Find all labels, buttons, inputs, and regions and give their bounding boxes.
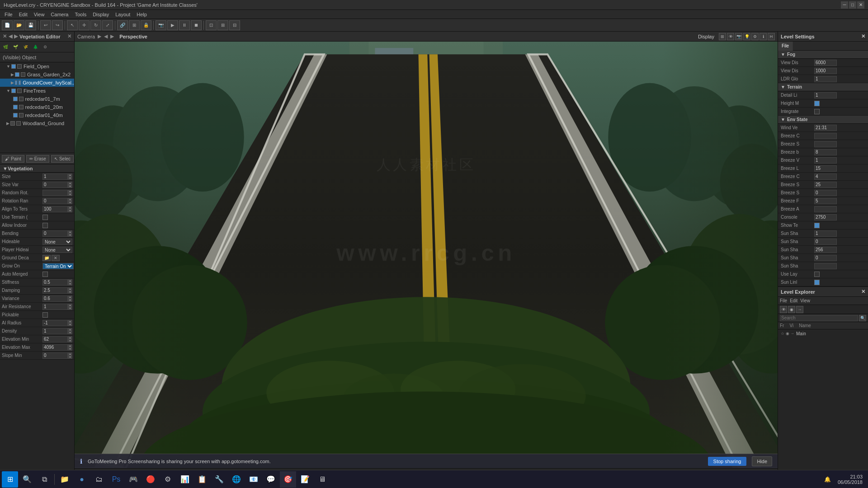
menu-camera[interactable]: Camera — [48, 10, 71, 19]
hide-notification-button[interactable]: Hide — [752, 456, 772, 466]
pause-button[interactable]: ⏸ — [179, 20, 190, 30]
rp-value-sunsha3[interactable] — [814, 247, 837, 253]
tree-item-cedar7[interactable]: redcedar01_7m — [0, 95, 74, 103]
new-button[interactable]: 📄 — [2, 20, 13, 30]
tree-cb2-cedar20[interactable] — [19, 105, 24, 109]
tool-2[interactable]: ⊞ — [217, 20, 228, 30]
rp-value-sunsha4[interactable] — [814, 255, 837, 261]
prop-spinner-slopemin[interactable]: ▲ ▼ — [68, 352, 72, 359]
menu-edit[interactable]: Edit — [16, 10, 30, 19]
tab-file[interactable]: File — [778, 42, 793, 51]
tool-camera[interactable]: 📷 — [156, 20, 166, 30]
close-button[interactable]: ✕ — [857, 1, 864, 9]
tree-cb-cedar20[interactable] — [13, 105, 18, 109]
open-button[interactable]: 📂 — [14, 20, 24, 30]
rp-cb-uselay[interactable] — [814, 272, 820, 277]
prop-spinner-size[interactable]: ▲ ▼ — [68, 174, 72, 180]
le-menu-file[interactable]: File — [780, 298, 787, 303]
prop-spinner-sizevar[interactable]: ▲ ▼ — [68, 182, 72, 188]
maximize-button[interactable]: □ — [849, 1, 856, 9]
tool-3[interactable]: ⊟ — [229, 20, 240, 30]
prop-value-airresistance[interactable] — [42, 304, 68, 310]
prop-spinner-elevmax[interactable]: ▲ ▼ — [68, 344, 72, 351]
undo-button[interactable]: ↩ — [40, 20, 51, 30]
rp-value-breezec2[interactable] — [814, 174, 837, 180]
panel-nav-right[interactable]: ▶ — [14, 33, 18, 39]
rp-value-breezev[interactable] — [814, 157, 837, 164]
prop-cb-useterrain[interactable] — [42, 215, 48, 220]
prop-select-playerhide[interactable]: None — [42, 247, 72, 253]
rp-value-breezea[interactable] — [814, 206, 837, 212]
prop-spinner-alignterrs[interactable]: ▲ ▼ — [68, 206, 72, 212]
taskbar-app4[interactable]: 📊 — [177, 471, 193, 488]
rp-value-breezes3[interactable] — [814, 190, 837, 196]
minimize-button[interactable]: ─ — [841, 1, 848, 9]
taskbar-app6[interactable]: 🔧 — [211, 471, 227, 488]
tree-item-cedar40[interactable]: redcedar01_40m — [0, 111, 74, 119]
prop-value-randomrot[interactable] — [42, 190, 68, 196]
select-tool[interactable]: ↖ — [67, 20, 78, 30]
rp-value-breezel[interactable] — [814, 165, 837, 172]
veg-tool-2[interactable]: 🌱 — [11, 43, 20, 51]
tree-checkbox-field[interactable] — [11, 64, 16, 69]
veg-tool-1[interactable]: 🌿 — [1, 43, 10, 51]
frame-button[interactable]: ⊡ — [206, 20, 217, 30]
prop-value-alignterrs[interactable] — [42, 206, 68, 212]
level-explorer-close[interactable]: ✕ — [861, 289, 865, 295]
prop-value-size[interactable] — [42, 174, 68, 180]
tree-item-groundcover[interactable]: ▶ GroundCover_IvyScal.. — [0, 79, 74, 87]
vp-light-btn[interactable]: 💡 — [743, 33, 750, 40]
panel-close-icon[interactable]: ✕ — [3, 33, 7, 39]
taskbar-app3[interactable]: ⚙ — [160, 471, 176, 488]
prop-spinner-elevmin[interactable]: ▲ ▼ — [68, 336, 72, 343]
prop-cb-allowindoor[interactable] — [42, 223, 48, 228]
tree-cb2-cedar40[interactable] — [19, 113, 24, 117]
prop-select-growon[interactable]: Terrain On Off — [42, 263, 74, 269]
tree-cb2-groundcover[interactable] — [19, 80, 21, 85]
vp-cam-btn[interactable]: 📷 — [735, 33, 742, 40]
tree-cb-finetrees[interactable] — [11, 89, 16, 93]
taskbar-explorer[interactable]: 📁 — [57, 471, 73, 488]
rp-value-breezec1[interactable] — [814, 133, 837, 139]
taskbar-app8[interactable]: 📧 — [245, 471, 262, 488]
rp-value-ldrglo[interactable] — [814, 76, 837, 82]
vp-info-btn[interactable]: ℹ — [760, 33, 767, 40]
start-button[interactable]: ⊞ — [2, 471, 18, 488]
tree-cb-groundcover[interactable] — [15, 80, 17, 85]
tree-cb2-finetrees[interactable] — [17, 89, 22, 93]
le-item-main[interactable]: ☆ ◉ → Main — [778, 329, 868, 338]
tree-item-finetrees[interactable]: ▼ FineTrees — [0, 87, 74, 95]
prop-value-elevmin[interactable] — [42, 336, 68, 343]
taskbar-app1[interactable]: 🎮 — [125, 471, 142, 488]
prop-value-variance[interactable] — [42, 296, 68, 302]
tree-cb2-grass[interactable] — [21, 72, 25, 77]
taskbar-app5[interactable]: 📋 — [194, 471, 210, 488]
taskbar-app11[interactable]: 📝 — [297, 471, 313, 488]
rotate-tool[interactable]: ↻ — [90, 20, 101, 30]
le-search-button[interactable]: 🔍 — [859, 315, 866, 321]
paint-button[interactable]: 🖌 Paint — [2, 155, 24, 163]
prop-spinner-stiffness[interactable]: ▲ ▼ — [68, 279, 72, 286]
taskbar-app12[interactable]: 🖥 — [314, 471, 330, 488]
cam-nav-1[interactable]: ◀ — [104, 33, 108, 39]
tool-link[interactable]: 🔗 — [117, 20, 128, 30]
erase-button[interactable]: ✏ Erase — [26, 155, 49, 163]
prop-spinner-airadius[interactable]: ▲ ▼ — [68, 320, 72, 326]
rp-cb-heightm[interactable] — [814, 101, 820, 106]
prop-value-bending[interactable] — [42, 230, 68, 237]
prop-value-rotran[interactable] — [42, 198, 68, 204]
le-search-input[interactable] — [780, 315, 858, 321]
vp-view-btn[interactable]: 👁 — [727, 33, 734, 40]
rp-value-viewdis1[interactable] — [814, 60, 837, 66]
cam-arrow-right[interactable]: ▶ — [98, 33, 101, 39]
tree-item-woodland[interactable]: ▶ Woodland_Ground — [0, 119, 74, 127]
prop-value-elevmax[interactable] — [42, 344, 68, 351]
rp-value-breezes2[interactable] — [814, 182, 837, 188]
rp-value-breezeb[interactable] — [814, 149, 837, 155]
taskbar-app2[interactable]: 🔴 — [142, 471, 159, 488]
prop-spinner-rotran[interactable]: ▲ ▼ — [68, 198, 72, 204]
move-tool[interactable]: ✛ — [79, 20, 90, 30]
prop-value-airadius[interactable] — [42, 320, 68, 326]
prop-value-damping[interactable] — [42, 287, 68, 294]
prop-spinner-airresistance[interactable]: ▲ ▼ — [68, 304, 72, 310]
